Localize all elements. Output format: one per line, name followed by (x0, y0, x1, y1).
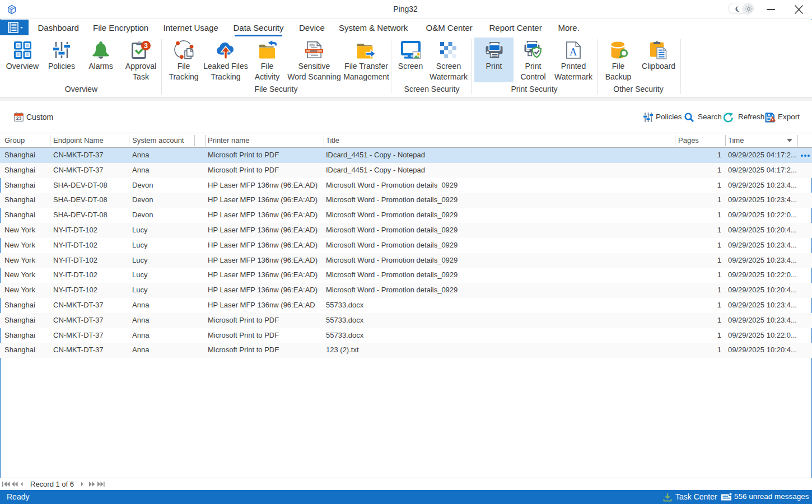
svg-text:3: 3 (144, 42, 148, 50)
svg-text:A: A (570, 45, 577, 57)
